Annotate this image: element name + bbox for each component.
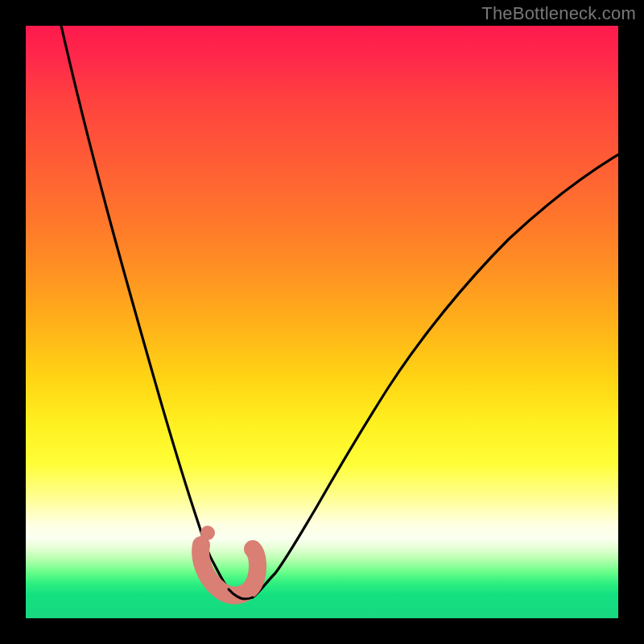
highlight-blob	[200, 545, 258, 596]
watermark-text: TheBottleneck.com	[481, 3, 636, 24]
right-curve	[253, 155, 618, 597]
curves-svg	[26, 26, 618, 618]
chart-frame: TheBottleneck.com	[0, 0, 644, 644]
plot-area	[26, 26, 618, 618]
left-curve	[61, 26, 239, 599]
highlight-dot	[200, 526, 215, 540]
